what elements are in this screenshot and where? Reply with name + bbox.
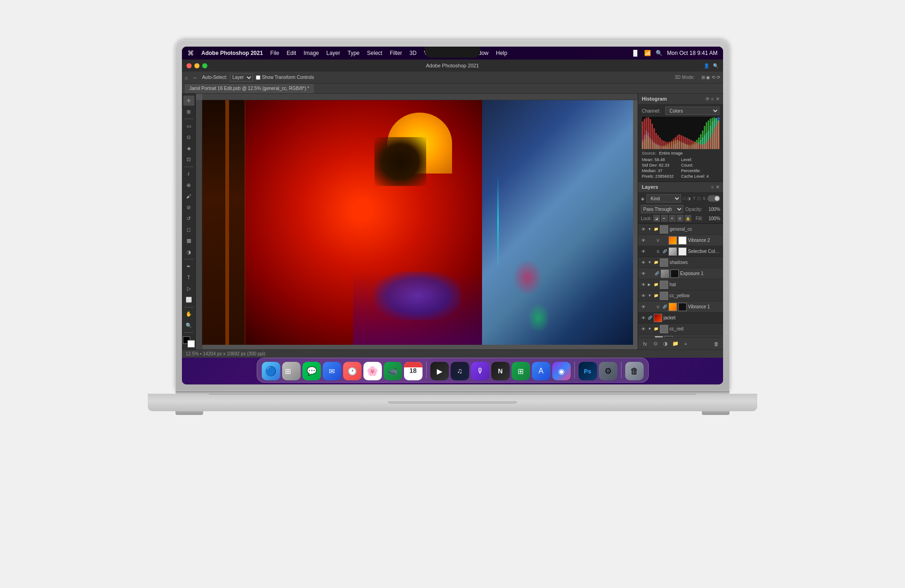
layer-visibility-eye[interactable]: 👁 xyxy=(640,326,646,332)
app-name-menu[interactable]: Adobe Photoshop 2021 xyxy=(201,50,263,56)
layer-expand-triangle[interactable]: ▼ xyxy=(648,227,652,231)
ps-search-icon[interactable]: 🔍 xyxy=(713,63,718,68)
dock-messages[interactable]: 💬 xyxy=(302,362,321,380)
kind-filter-select[interactable]: Kind xyxy=(646,194,681,203)
ps-user-icon[interactable]: 👤 xyxy=(704,63,709,68)
eraser-tool[interactable]: ◻ xyxy=(183,225,194,235)
filter-type-icon[interactable]: T xyxy=(693,196,695,201)
layer-item[interactable]: 👁 ▼ 📁 general_cc xyxy=(638,224,723,235)
layers-menu-icon[interactable]: ≡ xyxy=(711,185,714,190)
dodge-tool[interactable]: ◑ xyxy=(183,247,194,257)
dock-trash[interactable]: 🗑 xyxy=(625,362,644,380)
lock-all[interactable]: 🔒 xyxy=(685,215,691,222)
dock-news[interactable]: N xyxy=(491,362,510,380)
menu-filter[interactable]: Filter xyxy=(390,50,402,56)
minimize-button[interactable] xyxy=(194,63,199,68)
zoom-tool[interactable]: 🔍 xyxy=(183,320,194,330)
apple-logo-icon[interactable]: ⌘ xyxy=(187,49,194,57)
dock-appstore[interactable]: A xyxy=(532,362,550,380)
document-tab[interactable]: Jamil Portrait 16 Edit.psb @ 12.5% (gene… xyxy=(185,84,314,93)
layer-visibility-eye[interactable]: 👁 xyxy=(640,248,646,255)
add-layer-button[interactable]: + xyxy=(682,340,690,348)
photo-display[interactable]: EAT xyxy=(202,100,633,345)
dock-finder[interactable]: 🔵 xyxy=(262,362,280,380)
add-adjustment-button[interactable]: ◑ xyxy=(661,340,670,348)
menu-3d[interactable]: 3D xyxy=(410,50,416,56)
layer-item[interactable]: 👁 V 🔗 Vibrance 1 xyxy=(638,301,723,312)
menu-type[interactable]: Type xyxy=(348,50,360,56)
menu-layer[interactable]: Layer xyxy=(326,50,340,56)
dock-appletv[interactable]: ▶ xyxy=(430,362,449,380)
layer-expand-triangle[interactable]: ▼ xyxy=(648,327,652,331)
layer-expand-triangle[interactable]: ▼ xyxy=(648,294,652,298)
layer-visibility-eye[interactable]: 👁 xyxy=(640,237,646,244)
layers-panel-header[interactable]: Layers ≡ ✕ xyxy=(638,182,723,192)
dock-photos[interactable]: 🌸 xyxy=(363,362,382,380)
layer-visibility-eye[interactable]: 👁 xyxy=(640,304,646,310)
dock-settings[interactable]: ⚙ xyxy=(599,362,617,380)
menu-image[interactable]: Image xyxy=(303,50,319,56)
histogram-collapse-icon[interactable]: ✕ xyxy=(716,96,719,102)
ps-canvas[interactable]: EAT xyxy=(202,100,633,345)
layers-list[interactable]: 👁 ▼ 📁 general_cc 👁 xyxy=(638,224,723,337)
dock-calendar[interactable]: 18 xyxy=(404,362,422,380)
dock-facetime[interactable]: 📹 xyxy=(384,362,402,380)
filter-pixel-icon[interactable]: □ xyxy=(683,196,685,201)
lock-transparency[interactable]: ◪ xyxy=(653,215,660,222)
fill-value[interactable]: 100% xyxy=(704,216,720,221)
lock-artboard[interactable]: ⊞ xyxy=(677,215,683,222)
add-mask-button[interactable]: ⊙ xyxy=(651,340,659,348)
dock-music[interactable]: ♫ xyxy=(451,362,469,380)
layer-item[interactable]: 👁 🔗 Exposure 1 xyxy=(638,268,723,279)
filter-smart-icon[interactable]: S xyxy=(703,196,706,201)
layer-visibility-eye[interactable]: 👁 xyxy=(640,282,646,288)
layer-expand-triangle[interactable]: ▼ xyxy=(648,260,652,264)
layer-item[interactable]: 👁 🔗 jacket xyxy=(638,312,723,324)
move-tool[interactable]: ✛ xyxy=(183,96,194,106)
layers-close-icon[interactable]: ✕ xyxy=(716,185,719,190)
spot-heal-tool[interactable]: ⊕ xyxy=(183,180,194,190)
gradient-tool[interactable]: ▦ xyxy=(183,236,194,246)
layer-visibility-eye[interactable]: 👁 xyxy=(640,270,646,277)
background-color[interactable] xyxy=(187,340,195,348)
filter-shape-icon[interactable]: ⬡ xyxy=(697,196,701,201)
histogram-menu-icon[interactable]: ≡ xyxy=(711,96,714,102)
layer-visibility-eye[interactable]: 👁 xyxy=(640,315,646,321)
histogram-refresh-icon[interactable]: ⟳ xyxy=(706,96,709,102)
history-brush-tool[interactable]: ↺ xyxy=(183,214,194,224)
dock-launchpad[interactable]: ⊞ xyxy=(282,362,301,380)
layer-visibility-eye[interactable]: 👁 xyxy=(640,293,646,299)
dock-siri[interactable]: ◉ xyxy=(552,362,571,380)
layer-item[interactable]: 👁 ▼ 📁 shadows xyxy=(638,257,723,268)
menu-file[interactable]: File xyxy=(270,50,279,56)
clone-tool[interactable]: ⊘ xyxy=(183,202,194,212)
histogram-panel-header[interactable]: Histogram ⟳ ≡ ✕ xyxy=(638,94,723,104)
eyedropper-tool[interactable]: 𝒊 xyxy=(183,169,194,179)
pen-tool[interactable]: ✒ xyxy=(183,261,194,271)
layer-item[interactable]: 👁 ▼ 📁 cc_red xyxy=(638,324,723,335)
auto-select-dropdown[interactable]: Layer xyxy=(230,73,253,82)
crop-tool[interactable]: ⊡ xyxy=(183,155,194,165)
channel-select[interactable]: Colors RGB Red Green Blue xyxy=(665,107,719,115)
home-icon[interactable]: ⌂ xyxy=(185,75,188,80)
filter-adj-icon[interactable]: ◑ xyxy=(687,196,691,201)
layer-item[interactable]: 👁 ▼ 📁 cc_yellow xyxy=(638,290,723,301)
quick-select-tool[interactable]: ◈ xyxy=(183,144,194,154)
opacity-value[interactable]: 100% xyxy=(704,207,720,212)
layer-expand-triangle[interactable]: ▶ xyxy=(648,282,652,287)
lasso-tool[interactable]: ⊙ xyxy=(183,132,194,142)
path-select-tool[interactable]: ▷ xyxy=(183,284,194,294)
maximize-button[interactable] xyxy=(202,63,207,68)
menu-edit[interactable]: Edit xyxy=(287,50,296,56)
ps-canvas-area[interactable]: EAT xyxy=(196,94,638,349)
menu-help[interactable]: Help xyxy=(496,50,507,56)
artboard-tool[interactable]: ⊞ xyxy=(183,107,194,117)
menu-select[interactable]: Select xyxy=(367,50,382,56)
delete-layer-button[interactable]: 🗑 xyxy=(712,340,720,348)
layer-visibility-eye[interactable]: 👁 xyxy=(640,259,646,266)
filter-toggle[interactable] xyxy=(707,195,720,202)
hand-tool[interactable]: ✋ xyxy=(183,309,194,319)
text-tool[interactable]: T xyxy=(183,272,194,282)
add-group-button[interactable]: 📁 xyxy=(671,340,680,348)
marquee-tool[interactable]: ▭ xyxy=(183,121,194,131)
